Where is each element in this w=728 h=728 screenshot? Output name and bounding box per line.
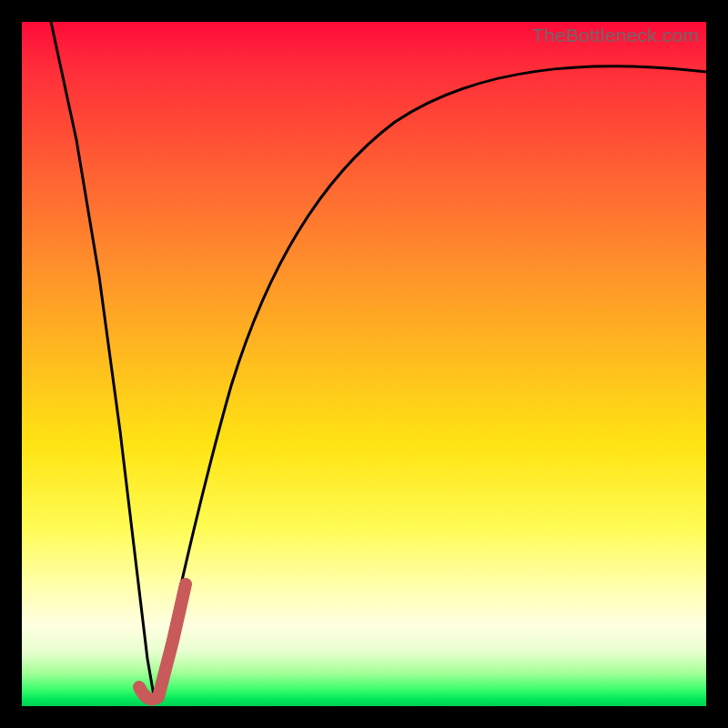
curve-layer — [22, 22, 706, 706]
plot-area: TheBottleneck.com — [22, 22, 706, 706]
right-branch-line — [155, 66, 706, 701]
left-branch-line — [51, 22, 155, 701]
chart-frame: TheBottleneck.com — [0, 0, 728, 728]
